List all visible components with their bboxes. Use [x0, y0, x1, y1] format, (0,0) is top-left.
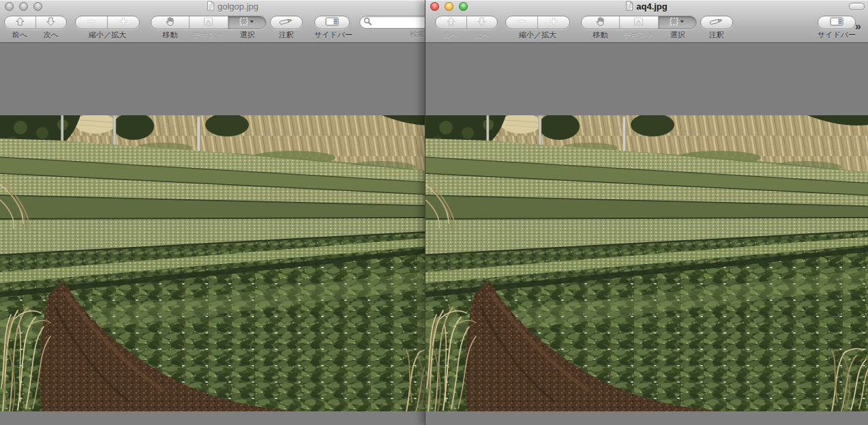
sidebar-button[interactable]: [314, 16, 350, 29]
zoom-in-icon: [119, 16, 128, 29]
minimize-button[interactable]: [19, 2, 28, 11]
nav-group: 前へ 次へ: [435, 16, 498, 39]
move-tool-button[interactable]: [151, 16, 190, 29]
document-icon: [207, 1, 215, 13]
close-button[interactable]: [430, 2, 439, 11]
text-tool-icon: A: [203, 16, 213, 29]
sidebar-label: サイドバー: [314, 31, 350, 39]
image-canvas-left[interactable]: [0, 115, 425, 411]
sidebar-item: サイドバー: [314, 16, 350, 39]
tool-mode-group: A 移動 テキスト 選択: [581, 16, 697, 39]
next-arrow-icon: [46, 16, 56, 29]
document-icon: [625, 1, 633, 13]
window-chrome-right: aq4.jpg 前へ 次へ 縮小／拡大: [425, 0, 868, 43]
preview-window-left: golgop.jpg 前へ 次へ 縮小／拡大: [0, 0, 425, 425]
previous-label: 前へ: [4, 31, 35, 39]
annotate-label: 注釈: [700, 31, 733, 39]
select-marquee-icon: [669, 16, 685, 29]
previous-button[interactable]: [5, 16, 36, 29]
zoom-label: 縮小／拡大: [505, 31, 570, 39]
select-tool-button[interactable]: [228, 16, 266, 29]
move-tool-button[interactable]: [582, 16, 620, 29]
annotate-button[interactable]: [270, 16, 303, 29]
tool-mode-group: A 移動 テキスト 選択: [151, 16, 267, 39]
window-title: aq4.jpg: [625, 1, 668, 12]
next-label: 次へ: [35, 31, 67, 39]
annotate-pencil-icon: [278, 16, 295, 29]
zoom-window-button[interactable]: [33, 2, 42, 11]
text-label: テキスト: [190, 31, 228, 39]
search-item: 検索: [359, 16, 425, 38]
svg-text:A: A: [637, 18, 642, 25]
search-field[interactable]: [359, 16, 425, 29]
annotate-item: 注釈: [270, 16, 303, 39]
move-hand-icon: [164, 16, 176, 30]
select-label: 選択: [228, 31, 267, 39]
tea-field-photo: [0, 115, 425, 411]
annotate-button[interactable]: [700, 16, 733, 29]
zoom-in-icon: [549, 16, 558, 29]
next-button[interactable]: [467, 16, 498, 29]
text-tool-button[interactable]: A: [190, 16, 228, 29]
annotate-label: 注釈: [270, 31, 303, 39]
previous-arrow-icon: [446, 16, 456, 29]
window-title: golgop.jpg: [207, 1, 258, 12]
traffic-lights: [430, 2, 468, 11]
zoom-out-icon: [87, 16, 96, 29]
select-tool-button[interactable]: [659, 16, 696, 29]
window-chrome-left: golgop.jpg 前へ 次へ 縮小／拡大: [0, 0, 425, 43]
toolbar-overflow-chevron[interactable]: »: [855, 20, 861, 33]
minimize-button[interactable]: [445, 2, 453, 11]
next-arrow-icon: [477, 16, 487, 29]
traffic-lights: [5, 2, 42, 11]
zoom-out-button[interactable]: [506, 16, 538, 29]
text-tool-icon: A: [633, 16, 644, 29]
document-area-left: [0, 43, 425, 425]
window-title-text: aq4.jpg: [636, 1, 668, 12]
move-label: 移動: [581, 31, 620, 39]
select-label: 選択: [658, 31, 697, 39]
annotate-pencil-icon: [708, 16, 725, 29]
zoom-out-button[interactable]: [76, 16, 108, 29]
close-button[interactable]: [5, 2, 14, 11]
zoom-in-button[interactable]: [538, 16, 569, 29]
search-icon: [363, 16, 372, 29]
sidebar-panel-icon: [830, 16, 843, 29]
move-label: 移動: [151, 31, 190, 39]
image-canvas-right[interactable]: [425, 115, 868, 411]
zoom-group: 縮小／拡大: [505, 16, 570, 39]
move-hand-icon: [595, 16, 606, 30]
desktop: golgop.jpg 前へ 次へ 縮小／拡大: [0, 0, 868, 425]
search-input[interactable]: [372, 17, 425, 28]
search-label: 検索: [359, 30, 425, 38]
window-title-text: golgop.jpg: [218, 1, 258, 12]
zoom-out-icon: [517, 16, 526, 29]
zoom-group: 縮小／拡大: [75, 16, 140, 39]
previous-button[interactable]: [436, 16, 467, 29]
next-label: 次へ: [466, 31, 498, 39]
sidebar-item: サイドバー: [818, 16, 856, 39]
zoom-in-button[interactable]: [108, 16, 139, 29]
next-button[interactable]: [36, 16, 67, 29]
text-label: テキスト: [620, 31, 659, 39]
nav-group: 前へ 次へ: [4, 16, 67, 39]
sidebar-panel-icon: [325, 16, 339, 29]
sidebar-label: サイドバー: [818, 31, 856, 39]
annotate-item: 注釈: [700, 16, 733, 39]
tea-field-photo: [425, 115, 868, 411]
toolbar-pill-button[interactable]: [849, 3, 865, 10]
document-area-right: [425, 43, 868, 425]
svg-text:A: A: [207, 18, 211, 25]
previous-arrow-icon: [15, 16, 25, 29]
preview-window-right: aq4.jpg 前へ 次へ 縮小／拡大: [425, 0, 868, 425]
zoom-window-button[interactable]: [459, 2, 468, 11]
zoom-label: 縮小／拡大: [75, 31, 140, 39]
previous-label: 前へ: [435, 31, 466, 39]
select-marquee-icon: [239, 16, 255, 29]
sidebar-button[interactable]: [818, 16, 856, 29]
text-tool-button[interactable]: A: [620, 16, 658, 29]
